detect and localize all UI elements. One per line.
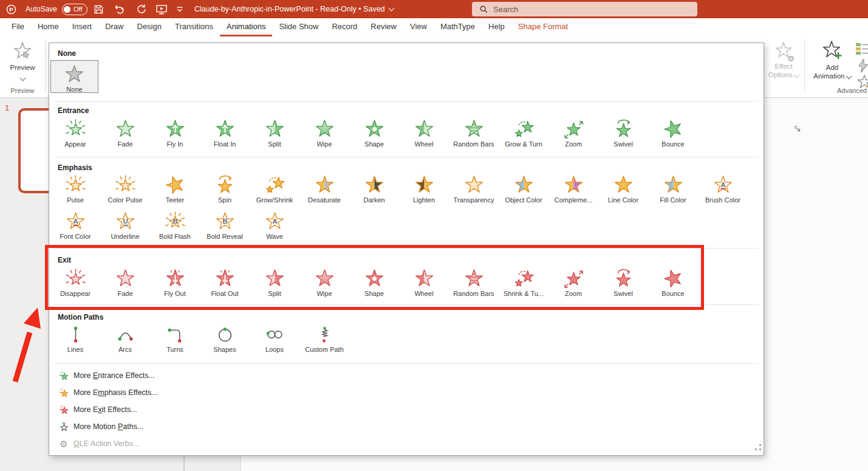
effect-motion-paths-arcs[interactable]: Arcs xyxy=(100,324,150,353)
float-out-star-icon xyxy=(200,268,250,289)
effect-entrance-wheel[interactable]: Wheel xyxy=(399,119,449,148)
effect-exit-float-out[interactable]: Float Out xyxy=(200,268,250,297)
effect-entrance-random-bars[interactable]: Random Bars xyxy=(449,119,499,148)
effect-emphasis-wave[interactable]: AWave xyxy=(250,211,299,240)
tab-draw[interactable]: Draw xyxy=(98,19,130,36)
effect-motion-paths-shapes[interactable]: Shapes xyxy=(200,324,250,353)
document-title: Claude-by-Anthropic-in-PowerPoint - Read… xyxy=(194,5,385,13)
tab-help[interactable]: Help xyxy=(482,19,511,36)
tab-record[interactable]: Record xyxy=(325,19,364,36)
effect-entrance-zoom[interactable]: Zoom xyxy=(548,119,598,148)
effect-label: Fade xyxy=(100,290,150,297)
effect-emphasis-bold-flash[interactable]: BBold Flash xyxy=(150,211,200,240)
effect-entrance-shape[interactable]: Shape xyxy=(349,119,399,148)
effect-emphasis-transparency[interactable]: Transparency xyxy=(449,174,499,204)
effect-exit-zoom[interactable]: Zoom xyxy=(548,268,598,297)
tab-file[interactable]: File xyxy=(5,19,31,36)
effect-emphasis-darken[interactable]: Darken xyxy=(349,174,399,204)
effect-exit-random-bars[interactable]: Random Bars xyxy=(449,268,499,297)
effect-emphasis-brush-color[interactable]: ABrush Color xyxy=(698,174,748,204)
effect-motion-paths-custom-path[interactable]: Custom Path xyxy=(299,324,349,353)
tab-view[interactable]: View xyxy=(403,19,434,36)
effect-label: Random Bars xyxy=(449,140,499,148)
effect-exit-shrink-tu[interactable]: Shrink & Tu... xyxy=(499,268,548,297)
effect-motion-paths-turns[interactable]: Turns xyxy=(150,324,200,353)
effect-none-none[interactable]: None xyxy=(50,60,98,93)
tab-home[interactable]: Home xyxy=(31,19,66,36)
effect-emphasis-underline[interactable]: UUnderline xyxy=(100,211,150,240)
effect-emphasis-teeter[interactable]: Teeter xyxy=(150,174,200,204)
effect-motion-paths-lines[interactable]: Lines xyxy=(50,324,100,353)
swivel-star-icon xyxy=(598,268,648,289)
effect-emphasis-desaturate[interactable]: Desaturate xyxy=(299,174,349,204)
tab-animations[interactable]: Animations xyxy=(220,19,272,36)
section-divider xyxy=(54,304,759,305)
effect-entrance-grow-turn[interactable]: Grow & Turn xyxy=(499,119,548,148)
effect-label: Shrink & Tu... xyxy=(499,290,548,297)
document-title-area[interactable]: Claude-by-Anthropic-in-PowerPoint - Read… xyxy=(194,0,394,18)
animation-dialog-launcher[interactable] xyxy=(795,123,801,134)
tab-shape-format[interactable]: Shape Format xyxy=(511,19,575,36)
tab-transitions[interactable]: Transitions xyxy=(168,19,220,36)
effect-motion-paths-loops[interactable]: Loops xyxy=(250,324,299,353)
grow-shrink-star-icon xyxy=(250,174,299,195)
effect-entrance-split[interactable]: Split xyxy=(250,119,299,148)
effect-emphasis-compleme[interactable]: Compleme... xyxy=(548,174,598,204)
autosave-toggle[interactable]: Off xyxy=(62,4,87,15)
effect-emphasis-object-color[interactable]: Object Color xyxy=(499,174,548,204)
effect-entrance-fade[interactable]: Fade xyxy=(100,119,150,148)
effect-emphasis-lighten[interactable]: Lighten xyxy=(399,174,449,204)
effect-exit-disappear[interactable]: Disappear xyxy=(50,268,100,297)
gear-icon: ⚙ xyxy=(787,55,795,63)
resize-grip[interactable] xyxy=(755,442,762,453)
compleme-star-icon xyxy=(548,174,598,195)
autosave-control[interactable]: AutoSave Off xyxy=(26,0,87,18)
menu-item-more-exit-effects[interactable]: More Exit Effects... xyxy=(49,401,304,418)
effect-emphasis-color-pulse[interactable]: Color Pulse xyxy=(100,174,150,204)
effect-entrance-appear[interactable]: Appear xyxy=(50,119,100,148)
undo-button[interactable] xyxy=(113,0,128,18)
effect-exit-split[interactable]: Split xyxy=(250,268,299,297)
toggle-knob-icon xyxy=(64,6,70,13)
effect-emphasis-line-color[interactable]: Line Color xyxy=(598,174,648,204)
effect-exit-fade[interactable]: Fade xyxy=(100,268,150,297)
effect-emphasis-pulse[interactable]: Pulse xyxy=(50,174,100,204)
color-pulse-star-icon xyxy=(100,174,150,195)
effect-entrance-float-in[interactable]: Float In xyxy=(200,119,250,148)
menu-item-more-emphasis-effects[interactable]: More Emphasis Effects... xyxy=(49,384,304,401)
star-green-icon xyxy=(58,371,69,381)
tab-slide-show[interactable]: Slide Show xyxy=(272,19,325,36)
search-box[interactable]: Search xyxy=(472,2,697,16)
trigger-button[interactable] xyxy=(856,58,868,75)
effect-exit-bounce[interactable]: Bounce xyxy=(648,268,698,297)
tab-review[interactable]: Review xyxy=(364,19,403,36)
effect-exit-fly-out[interactable]: Fly Out xyxy=(150,268,200,297)
tab-design[interactable]: Design xyxy=(131,19,168,36)
tab-insert[interactable]: Insert xyxy=(66,19,99,36)
effect-emphasis-fill-color[interactable]: Fill Color xyxy=(648,174,698,204)
effect-exit-wipe[interactable]: Wipe xyxy=(299,268,349,297)
add-animation-button[interactable]: Add Animation xyxy=(807,40,857,80)
menu-item-more-motion-paths[interactable]: More Motion Paths... xyxy=(49,418,304,435)
animation-pane-button[interactable] xyxy=(855,43,868,58)
redo-button[interactable] xyxy=(136,0,147,18)
start-slideshow-button[interactable] xyxy=(155,0,168,18)
effect-options-chevron-icon xyxy=(793,72,799,78)
effect-exit-shape[interactable]: Shape xyxy=(349,268,399,297)
effect-emphasis-spin[interactable]: Spin xyxy=(200,174,250,204)
effect-entrance-wipe[interactable]: Wipe xyxy=(299,119,349,148)
effect-exit-wheel[interactable]: Wheel xyxy=(399,268,449,297)
effect-emphasis-grow-shrink[interactable]: Grow/Shrink xyxy=(250,174,299,204)
effect-entrance-fly-in[interactable]: Fly In xyxy=(150,119,200,148)
menu-item-more-entrance-effects[interactable]: More Entrance Effects... xyxy=(49,367,304,384)
effect-entrance-bounce[interactable]: Bounce xyxy=(648,119,698,148)
effect-exit-swivel[interactable]: Swivel xyxy=(598,268,648,297)
effect-emphasis-bold-reveal[interactable]: BBold Reveal xyxy=(200,211,250,240)
preview-button[interactable]: Preview xyxy=(5,41,40,83)
effect-emphasis-font-color[interactable]: AFont Color xyxy=(50,211,100,240)
save-button[interactable] xyxy=(94,0,104,18)
tab-mathtype[interactable]: MathType xyxy=(434,19,482,36)
effect-entrance-swivel[interactable]: Swivel xyxy=(598,119,648,148)
effect-label: Pulse xyxy=(50,196,100,204)
quick-access-overflow-button[interactable] xyxy=(175,0,185,18)
